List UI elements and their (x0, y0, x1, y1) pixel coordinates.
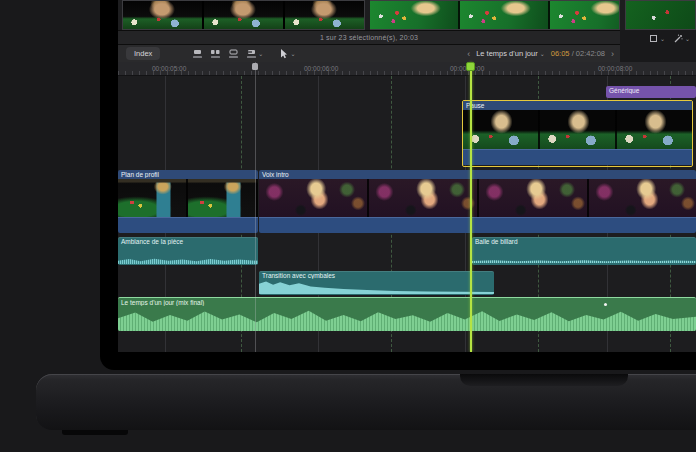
timecode-display: 06:05 / 02:42:08 (551, 49, 605, 58)
transform-square-icon (649, 34, 658, 43)
clip-label: Le temps d'un jour (mix final) (118, 298, 696, 306)
clip-video-thumbnails (463, 110, 692, 149)
chevron-down-icon: ⌄ (540, 51, 545, 57)
browser-selection-status: 1 sur 23 sélectionné(s), 20:03 (320, 34, 418, 41)
magic-wand-icon (673, 34, 683, 43)
project-name-label: Le temps d'un jour (476, 49, 537, 58)
append-clip-icon (228, 49, 239, 59)
clip-label: Plan de profil (118, 170, 258, 178)
clip-balle-de-billard[interactable]: Balle de billard (472, 237, 696, 265)
audio-waveform (118, 257, 258, 264)
clip-marker-dot (604, 303, 607, 306)
clip-label: Balle de billard (472, 237, 696, 245)
clip-audio-section (259, 217, 696, 233)
browser-clip-filmstrip-1[interactable] (122, 0, 365, 30)
clip-label: Pause (463, 101, 692, 109)
browser-clip-filmstrip-2[interactable] (370, 0, 620, 30)
clip-title-bar: Voix intro (259, 170, 696, 179)
viewer-video-frame (625, 0, 696, 30)
arrow-cursor-icon (279, 48, 288, 59)
timecode-total: / 02:42:08 (570, 49, 605, 58)
timeline-area[interactable]: Générique Pause Plan de profil (118, 76, 696, 352)
clip-thumbnail-pool-closeup (123, 1, 364, 29)
clip-plan-de-profil[interactable]: Plan de profil (118, 170, 258, 233)
viewer-transform-button[interactable]: ⌄ (649, 34, 665, 43)
chevron-down-icon: ⌄ (290, 51, 295, 57)
ruler-tick-label: 00:00:05:00 (152, 65, 186, 72)
skimmer-handle[interactable] (252, 63, 258, 70)
browser-status-bar: 1 sur 23 sélectionné(s), 20:03 (118, 30, 620, 44)
clip-title-bar: Pause (463, 101, 692, 110)
clip-generique[interactable]: Générique (606, 86, 696, 98)
laptop-lid-notch (460, 374, 628, 386)
clip-title-bar: Plan de profil (118, 170, 258, 179)
insert-clip-button[interactable] (210, 49, 221, 59)
playhead-handle[interactable] (466, 62, 475, 71)
viewer-enhancements-button[interactable]: ⌄ (673, 34, 690, 43)
connect-clip-icon (192, 49, 203, 59)
laptop-screen: 1 sur 23 sélectionné(s), 20:03 ⌄ (100, 0, 696, 370)
clip-video-thumbnails (259, 179, 696, 217)
chevron-down-icon: ⌄ (685, 36, 690, 42)
skimmer-line (255, 62, 256, 352)
viewer-toolbar: ⌄ ⌄ (620, 30, 696, 62)
clip-ambiance[interactable]: Ambiance de la pièce (118, 237, 258, 265)
clip-label: Ambiance de la pièce (118, 237, 258, 245)
timeline-ruler[interactable]: 00:00:05:00 00:00:06:00 00:00:07:00 00:0… (118, 62, 696, 76)
clip-mix-final[interactable]: Le temps d'un jour (mix final) (118, 297, 696, 331)
project-name-dropdown[interactable]: Le temps d'un jour ⌄ (476, 49, 545, 58)
clip-pause-selected[interactable]: Pause (462, 100, 693, 167)
timecode-current: 06:05 (551, 49, 570, 58)
final-cut-pro-window: 1 sur 23 sélectionné(s), 20:03 ⌄ (118, 0, 696, 352)
clip-label: Transition avec cymbales (259, 271, 494, 279)
tool-selector-button[interactable]: ⌄ (279, 48, 295, 59)
timeline-toolbar: Index (118, 44, 620, 62)
audio-waveform (259, 281, 494, 294)
previous-project-button[interactable]: ‹ (467, 49, 470, 59)
clip-label: Générique (606, 86, 696, 94)
audio-waveform (118, 308, 696, 331)
macbook-scene: 1 sur 23 sélectionné(s), 20:03 ⌄ (0, 0, 696, 452)
clip-label: Voix intro (259, 170, 696, 178)
clip-thumbnail-pool-table (370, 1, 619, 29)
index-button[interactable]: Index (126, 47, 160, 60)
edit-buttons-group: ⌄ (192, 49, 263, 59)
clip-audio-section (118, 217, 258, 233)
overwrite-clip-icon (246, 49, 257, 59)
insert-clip-icon (210, 49, 221, 59)
ruler-tick-label: 00:00:08:00 (598, 65, 632, 72)
chevron-down-icon: ⌄ (258, 51, 263, 57)
playhead-line (470, 62, 472, 352)
append-clip-button[interactable] (228, 49, 239, 59)
clip-audio-section (463, 149, 692, 165)
clip-video-thumbnails (118, 179, 258, 217)
laptop-base (36, 374, 696, 430)
ruler-tick-label: 00:00:06:00 (304, 65, 338, 72)
chevron-down-icon: ⌄ (660, 36, 665, 42)
clip-transition-cymbales[interactable]: Transition avec cymbales (259, 271, 494, 295)
project-navigation: ‹ Le temps d'un jour ⌄ 06:05 / 02:42:08 … (467, 49, 614, 59)
connect-clip-button[interactable] (192, 49, 203, 59)
clip-voix-intro[interactable]: Voix intro (259, 170, 696, 233)
overwrite-clip-button[interactable]: ⌄ (246, 49, 263, 59)
next-project-button[interactable]: › (611, 49, 614, 59)
audio-waveform (472, 258, 696, 263)
